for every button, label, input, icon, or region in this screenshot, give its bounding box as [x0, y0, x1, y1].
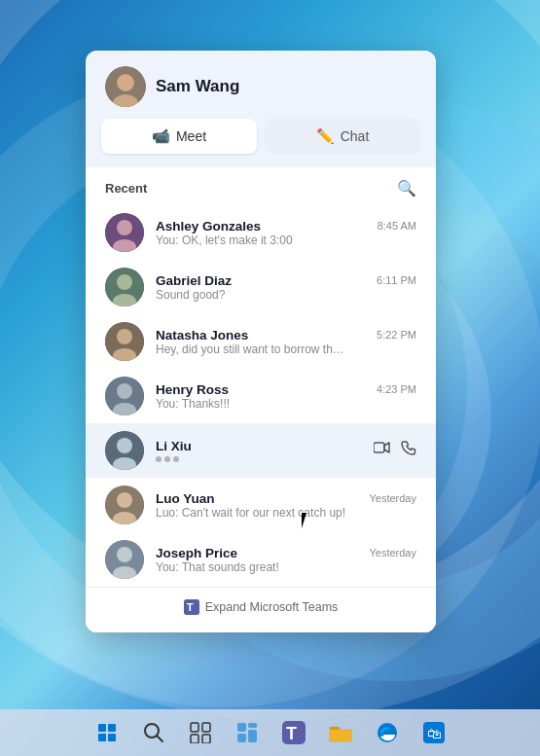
svg-text:🛍: 🛍	[427, 725, 442, 741]
phone-call-icon[interactable]	[401, 441, 416, 460]
contact-info-lixiu: Li Xiu	[156, 439, 366, 462]
contact-msg-luoyuan: Luo: Can't wait for our next catch up!	[156, 506, 350, 520]
contact-time-luoyuan: Yesterday	[369, 492, 416, 504]
contact-info-luoyuan: Luo Yuan Yesterday Luo: Can't wait for o…	[156, 491, 416, 520]
contact-time-ashley: 8:45 AM	[378, 220, 416, 232]
contact-name-luoyuan: Luo Yuan	[156, 491, 215, 506]
edge-icon	[377, 722, 398, 743]
contact-info-gabriel: Gabriel Diaz 6:11 PM Sound good?	[156, 273, 416, 302]
windows-start-icon	[98, 724, 116, 741]
contact-info-henry: Henry Ross 4:23 PM You: Thanks!!!	[156, 382, 416, 411]
contact-item-natasha[interactable]: Natasha Jones 5:22 PM Hey, did you still…	[86, 314, 436, 369]
taskbar-search[interactable]	[132, 711, 175, 754]
meet-icon: 📹	[152, 127, 170, 145]
contact-time-gabriel: 6:11 PM	[377, 274, 416, 286]
expand-teams-button[interactable]: T Expand Microsoft Teams	[184, 599, 339, 615]
contact-avatar-luoyuan	[105, 486, 144, 524]
taskbar-taskview[interactable]	[179, 711, 222, 754]
contact-msg-natasha: Hey, did you still want to borrow the no…	[156, 342, 350, 356]
contact-info-ashley: Ashley Gonzales 8:45 AM You: OK, let's m…	[156, 219, 416, 247]
video-call-icon[interactable]	[374, 441, 391, 460]
svg-rect-36	[248, 730, 257, 742]
contact-name-lixiu: Li Xiu	[156, 439, 192, 453]
meet-button[interactable]: 📹 Meet	[101, 119, 257, 154]
svg-point-11	[117, 329, 132, 344]
chat-label: Chat	[341, 128, 370, 144]
store-icon: 🛍	[423, 722, 445, 743]
taskbar-explorer[interactable]	[319, 711, 362, 754]
contact-item-henry[interactable]: Henry Ross 4:23 PM You: Thanks!!!	[86, 369, 436, 423]
contact-item-lixiu[interactable]: Li Xiu	[86, 423, 436, 478]
taskbar-start[interactable]	[86, 711, 128, 754]
svg-line-29	[157, 736, 162, 741]
taskbar-edge[interactable]	[366, 711, 409, 754]
contact-info-natasha: Natasha Jones 5:22 PM Hey, did you still…	[156, 328, 416, 356]
contact-avatar-joseph	[105, 540, 144, 579]
recent-header: Recent 🔍	[86, 167, 436, 205]
contact-time-joseph: Yesterday	[369, 547, 416, 558]
recent-section: Recent 🔍 Ashley Gonzales 8:45 AM You: OK…	[86, 167, 436, 632]
contact-item-luoyuan[interactable]: Luo Yuan Yesterday Luo: Can't wait for o…	[86, 478, 436, 532]
action-buttons-container: 📹 Meet ✏️ Chat	[86, 119, 436, 167]
taskview-icon	[190, 722, 211, 743]
svg-point-24	[117, 547, 132, 562]
svg-rect-34	[237, 723, 246, 732]
contact-item-ashley[interactable]: Ashley Gonzales 8:45 AM You: OK, let's m…	[86, 205, 436, 260]
contact-action-icons	[374, 441, 416, 460]
svg-rect-37	[237, 734, 246, 742]
header-avatar	[105, 66, 146, 107]
contact-list: Ashley Gonzales 8:45 AM You: OK, let's m…	[86, 205, 436, 587]
widgets-icon	[236, 722, 258, 743]
contact-avatar-natasha	[105, 322, 144, 361]
expand-footer: T Expand Microsoft Teams	[86, 587, 436, 632]
taskbar-store[interactable]: 🛍	[413, 711, 455, 754]
search-icon[interactable]: 🔍	[397, 179, 416, 198]
meet-label: Meet	[176, 128, 206, 144]
recent-label: Recent	[105, 181, 147, 196]
taskbar-widgets[interactable]	[226, 711, 269, 754]
teams-taskbar-icon: T	[282, 721, 306, 744]
svg-point-3	[118, 75, 133, 90]
taskbar: T 🛍	[0, 709, 540, 756]
taskbar-teams[interactable]: T	[272, 711, 315, 754]
contact-name-joseph: Joseph Price	[156, 546, 237, 560]
contact-item-gabriel[interactable]: Gabriel Diaz 6:11 PM Sound good?	[86, 260, 436, 314]
header-avatar-image	[105, 66, 146, 107]
contact-msg-henry: You: Thanks!!!	[156, 397, 350, 411]
contact-name-natasha: Natasha Jones	[156, 328, 248, 342]
contact-name-gabriel: Gabriel Diaz	[156, 273, 232, 288]
svg-point-8	[117, 274, 132, 290]
contact-avatar-ashley	[105, 213, 144, 252]
contact-avatar-lixiu	[105, 431, 144, 470]
teams-card: Sam Wang 📹 Meet ✏️ Chat Recent 🔍	[86, 51, 436, 632]
contact-info-joseph: Joseph Price Yesterday You: That sounds …	[156, 546, 416, 574]
teams-logo-icon: T	[184, 599, 199, 615]
svg-point-17	[117, 438, 132, 453]
svg-point-21	[117, 492, 132, 508]
search-taskbar-icon	[143, 722, 164, 743]
contact-item-joseph[interactable]: Joseph Price Yesterday You: That sounds …	[86, 532, 436, 587]
header-user-name: Sam Wang	[156, 77, 239, 96]
dot-1	[156, 456, 162, 462]
contact-msg-ashley: You: OK, let's make it 3:00	[156, 234, 350, 247]
svg-rect-31	[202, 723, 210, 732]
contact-avatar-henry	[105, 377, 144, 415]
svg-rect-19	[374, 443, 384, 452]
svg-point-14	[117, 383, 132, 399]
dot-3	[173, 456, 179, 462]
chat-button[interactable]: ✏️ Chat	[265, 119, 420, 154]
typing-indicator	[156, 456, 366, 462]
contact-avatar-gabriel	[105, 268, 144, 306]
contact-time-natasha: 5:22 PM	[377, 329, 416, 341]
card-header: Sam Wang	[86, 51, 436, 119]
svg-point-5	[117, 220, 132, 235]
svg-rect-30	[191, 723, 198, 732]
contact-msg-gabriel: Sound good?	[156, 288, 350, 302]
svg-text:T: T	[186, 601, 193, 613]
contact-name-henry: Henry Ross	[156, 382, 229, 397]
contact-msg-joseph: You: That sounds great!	[156, 560, 350, 574]
svg-text:T: T	[286, 724, 297, 743]
file-explorer-icon	[329, 722, 352, 743]
svg-rect-33	[202, 735, 210, 743]
chat-icon: ✏️	[316, 127, 335, 145]
